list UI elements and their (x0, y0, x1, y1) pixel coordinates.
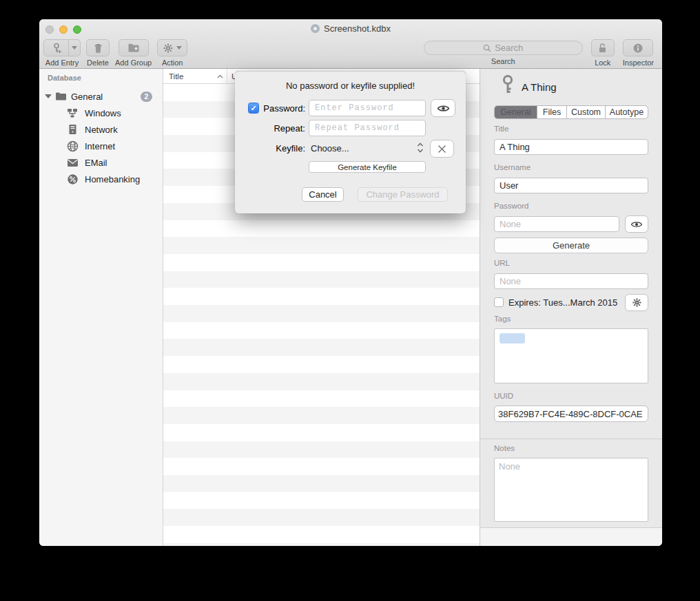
sidebar-item-general[interactable]: General 2 (39, 88, 163, 105)
expires-label: Expires: Tues...March 2015 (508, 297, 617, 308)
keyfile-select[interactable]: Choose... (311, 143, 349, 154)
change-password-button[interactable]: Change Password (358, 187, 448, 202)
url-field[interactable] (494, 273, 648, 289)
reveal-password-button[interactable] (625, 215, 648, 233)
repeat-password-input[interactable] (309, 120, 426, 136)
eye-icon (437, 104, 450, 113)
tab-files[interactable]: Files (537, 106, 567, 118)
divider (480, 439, 662, 439)
username-field-label: Username (494, 163, 531, 171)
inspector-item: Inspector (623, 39, 654, 67)
unlock-icon (597, 43, 608, 54)
generate-keyfile-button[interactable]: Generate Keyfile (309, 161, 426, 173)
tab-general[interactable]: General (495, 106, 537, 118)
expires-row: Expires: Tues...March 2015 (494, 295, 617, 310)
password-field-label: Password (494, 202, 529, 210)
clear-keyfile-button[interactable] (430, 140, 454, 158)
tag-token[interactable] (500, 333, 525, 344)
cancel-button[interactable]: Cancel (302, 187, 344, 202)
title-field[interactable] (494, 139, 648, 155)
info-icon (632, 43, 644, 54)
add-entry-label: Add Entry (45, 59, 79, 67)
sidebar-item-homebanking[interactable]: Homebanking (39, 171, 163, 187)
sidebar-item-label: Internet (85, 141, 115, 151)
eye-icon (630, 220, 643, 229)
add-entry-dropdown[interactable] (69, 40, 80, 56)
tab-custom[interactable]: Custom (567, 106, 606, 118)
window-title-text: Screenshot.kdbx (324, 23, 391, 34)
add-entry-button[interactable] (43, 39, 81, 56)
delete-button[interactable] (86, 39, 110, 56)
envelope-icon (65, 156, 79, 169)
titlebar[interactable]: Screenshot.kdbx (39, 19, 662, 37)
reveal-password-button[interactable] (431, 99, 455, 117)
lock-button[interactable] (591, 39, 615, 56)
trash-icon (93, 43, 103, 54)
search-label: Search (491, 57, 515, 65)
expires-settings-button[interactable] (625, 294, 648, 311)
windows-network-icon (65, 106, 79, 120)
search-icon (483, 44, 491, 52)
add-entry-item: Add Entry (43, 39, 81, 67)
sidebar-item-email[interactable]: EMail (39, 154, 163, 171)
sort-ascending-icon (217, 74, 223, 78)
dialog-message: No password or keyfile supplied! (235, 81, 466, 91)
password-enabled-checkbox[interactable]: ✓ (248, 103, 259, 114)
gear-icon (163, 43, 174, 54)
search-item: Search Search (424, 39, 583, 65)
change-password-dialog: No password or keyfile supplied! ✓ Passw… (235, 71, 466, 213)
search-placeholder: Search (495, 43, 523, 53)
delete-label: Delete (87, 59, 109, 67)
lock-label: Lock (595, 59, 610, 67)
inspector-button[interactable] (623, 39, 653, 56)
notes-label: Notes (494, 444, 515, 452)
uuid-field[interactable] (494, 405, 648, 422)
close-x-icon (438, 145, 446, 154)
sidebar: Database General 2 Windows (39, 69, 163, 546)
notes-field[interactable] (494, 458, 648, 522)
add-group-button[interactable] (119, 39, 149, 56)
sidebar-item-network[interactable]: Network (39, 121, 163, 138)
add-group-item: Add Group (115, 39, 152, 67)
tags-box[interactable] (494, 328, 648, 383)
url-field-label: URL (494, 259, 510, 267)
sidebar-item-windows[interactable]: Windows (39, 105, 163, 121)
action-item: Action (157, 39, 187, 67)
search-input[interactable]: Search (424, 41, 583, 55)
window-title: Screenshot.kdbx (39, 23, 662, 34)
password-field[interactable] (494, 216, 619, 232)
enter-password-input[interactable] (309, 100, 426, 116)
inspector-tabs: General Files Custom Autotype (494, 105, 648, 119)
action-button[interactable] (157, 39, 187, 56)
key-plus-icon (44, 40, 69, 56)
entry-count-badge: 2 (141, 92, 152, 102)
generate-password-button[interactable]: Generate (494, 238, 648, 253)
expires-checkbox[interactable] (494, 297, 504, 307)
toolbar: Add Entry Delete Add Group (39, 37, 662, 69)
action-label: Action (162, 59, 183, 67)
stepper-chevrons-icon[interactable] (417, 142, 424, 156)
key-icon (501, 75, 515, 98)
desktop-background: Screenshot.kdbx Add Entry (0, 0, 700, 601)
chevron-down-icon (176, 46, 182, 50)
document-proxy-icon (311, 24, 320, 33)
sidebar-item-internet[interactable]: Internet (39, 138, 163, 154)
add-group-label: Add Group (115, 59, 152, 67)
delete-item: Delete (86, 39, 110, 67)
chevron-down-icon (72, 46, 77, 50)
disclosure-triangle-icon[interactable] (45, 94, 52, 98)
sidebar-item-label: EMail (85, 158, 107, 168)
gear-icon (632, 297, 642, 308)
title-field-label: Title (494, 125, 508, 133)
username-field[interactable] (494, 178, 648, 193)
globe-icon (65, 139, 79, 153)
inspector-label: Inspector (623, 59, 654, 67)
tab-autotype[interactable]: Autotype (606, 106, 648, 118)
lock-item: Lock (591, 39, 615, 67)
uuid-label: UUID (494, 392, 513, 400)
column-header-title[interactable]: Title (163, 69, 227, 83)
tags-label: Tags (494, 315, 511, 323)
inspector-panel: A Thing General Files Custom Autotype Ti… (480, 69, 662, 546)
sidebar-item-label: General (71, 92, 103, 102)
sidebar-item-label: Homebanking (85, 174, 140, 184)
